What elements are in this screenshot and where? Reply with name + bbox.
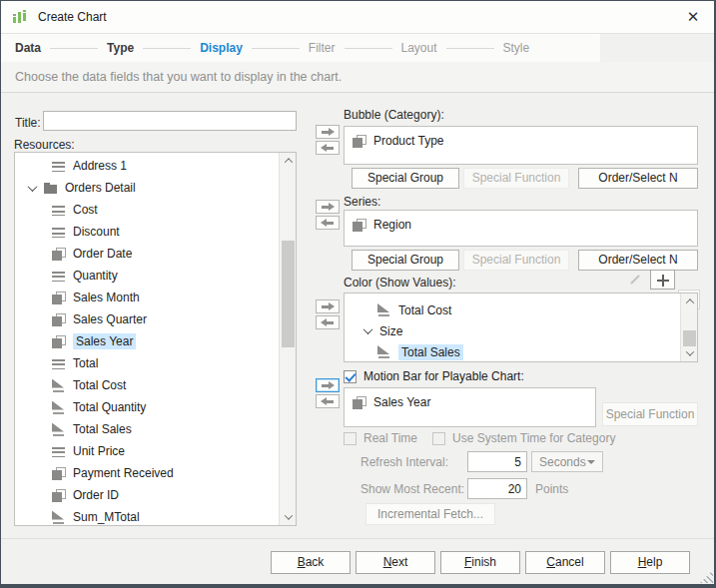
use-system-time-checkbox-row[interactable]: Use System Time for Category <box>432 431 615 445</box>
chart-icon <box>11 8 29 26</box>
tree-item-label: Total Sales <box>73 422 132 436</box>
remove-from-series-button[interactable] <box>316 216 340 230</box>
step-filter[interactable]: Filter <box>309 41 336 55</box>
add-to-bubble-button[interactable] <box>316 125 340 139</box>
tree-item[interactable]: Total Sales <box>15 418 279 440</box>
real-time-checkbox-row[interactable]: Real Time <box>344 431 417 445</box>
tree-item[interactable]: Quantity <box>15 265 279 287</box>
bubble-order-select-n-button[interactable]: Order/Select N <box>578 168 698 189</box>
tree-item[interactable]: Order Date <box>15 243 279 265</box>
tree-item[interactable]: Sales Month <box>15 287 279 308</box>
chevron-down-icon[interactable] <box>363 324 373 334</box>
tree-item-selected[interactable]: Sales Year <box>15 330 279 352</box>
real-time-label: Real Time <box>363 431 417 445</box>
series-field-list[interactable]: Region <box>344 210 698 247</box>
step-display[interactable]: Display <box>200 41 243 55</box>
motion-field-item[interactable]: Sales Year <box>353 394 587 410</box>
bubble-field-item[interactable]: Product Type <box>353 133 689 149</box>
add-to-series-button[interactable] <box>316 200 340 214</box>
refresh-unit-select[interactable]: Seconds <box>531 451 603 472</box>
tree-item[interactable]: Total Quantity <box>15 396 279 418</box>
close-icon[interactable]: ✕ <box>682 6 704 28</box>
series-order-select-n-button[interactable]: Order/Select N <box>578 250 698 271</box>
motion-special-function-button[interactable]: Special Function <box>602 402 698 426</box>
step-connector <box>345 48 392 49</box>
add-to-color-button[interactable] <box>316 299 340 313</box>
tree-item[interactable]: Cost <box>15 199 279 221</box>
motion-transfer-arrows <box>316 378 340 410</box>
tree-item-label: Sum_MTotal <box>73 510 140 524</box>
bubble-category-label: Bubble (Category): <box>344 108 444 122</box>
real-time-checkbox[interactable] <box>344 432 357 445</box>
field-icon <box>52 467 65 480</box>
title-bar: Create Chart ✕ <box>1 1 714 34</box>
resources-label: Resources: <box>14 138 75 152</box>
tree-item[interactable]: Unit Price <box>15 440 279 462</box>
chart-title-input[interactable] <box>43 111 297 131</box>
edit-color-icon[interactable] <box>625 270 645 290</box>
remove-from-color-button[interactable] <box>316 315 340 329</box>
tree-item[interactable]: Address 1 <box>15 155 279 177</box>
tree-item-label: Cost <box>73 203 98 217</box>
bubble-special-group-button[interactable]: Special Group <box>352 168 459 189</box>
series-field-item[interactable]: Region <box>353 217 689 233</box>
bubble-special-function-button[interactable]: Special Function <box>463 168 569 189</box>
step-style[interactable]: Style <box>503 41 530 55</box>
tree-item-label: Sales Quarter <box>73 312 147 326</box>
tree-item-label: Total Cost <box>73 378 126 392</box>
series-transfer-arrows <box>316 200 340 232</box>
tree-item[interactable]: Sales Quarter <box>15 308 279 330</box>
color-list-item[interactable]: Total Cost <box>345 299 697 320</box>
finish-button[interactable]: Finish <box>440 551 520 574</box>
scroll-up-icon[interactable] <box>681 294 698 309</box>
add-to-motion-button[interactable] <box>316 378 340 392</box>
series-special-function-button[interactable]: Special Function <box>463 250 569 271</box>
resize-grip[interactable] <box>700 570 713 583</box>
help-button[interactable]: Help <box>610 551 690 574</box>
color-list[interactable]: Total Cost Size Total Sales <box>344 293 698 362</box>
tree-scrollbar[interactable] <box>279 153 296 525</box>
motion-field-list[interactable]: Sales Year <box>344 387 596 427</box>
cancel-button[interactable]: Cancel <box>525 551 605 574</box>
tree-item-label: Total <box>73 356 98 370</box>
use-system-time-checkbox[interactable] <box>432 432 445 445</box>
tree-item[interactable]: Order ID <box>15 484 279 506</box>
tree-item[interactable]: Total <box>15 352 279 374</box>
incremental-fetch-button[interactable]: Incremental Fetch... <box>365 503 495 525</box>
series-special-group-button[interactable]: Special Group <box>352 250 459 271</box>
tree-item[interactable]: Payment Received <box>15 462 279 484</box>
tree-item-orders-detail[interactable]: Orders Detail <box>15 177 279 199</box>
chevron-down-icon[interactable] <box>28 182 38 192</box>
tree-item[interactable]: Sum_MTotal <box>15 506 279 526</box>
tree-item[interactable]: Discount <box>15 221 279 243</box>
measure-icon <box>377 303 390 316</box>
step-data[interactable]: Data <box>15 41 41 55</box>
next-button[interactable]: Next <box>356 551 435 574</box>
scroll-up-icon[interactable] <box>280 153 297 169</box>
step-connector <box>252 48 300 49</box>
field-icon <box>353 396 365 409</box>
color-list-item-selected[interactable]: Total Sales <box>345 341 697 362</box>
color-item-label: Size <box>379 324 402 338</box>
field-icon <box>52 357 65 370</box>
remove-from-bubble-button[interactable] <box>316 141 340 155</box>
scroll-thumb[interactable] <box>282 241 295 347</box>
show-most-recent-input[interactable] <box>467 478 527 499</box>
motion-bar-checkbox[interactable] <box>344 370 357 383</box>
add-color-icon[interactable] <box>650 270 675 290</box>
back-button[interactable]: Back <box>271 551 351 574</box>
scroll-thumb[interactable] <box>683 330 696 346</box>
scroll-down-icon[interactable] <box>681 345 698 361</box>
color-list-item-size[interactable]: Size <box>345 320 697 341</box>
tree-item[interactable]: Total Cost <box>15 374 279 396</box>
step-type[interactable]: Type <box>107 41 134 55</box>
bubble-field-list[interactable]: Product Type <box>344 126 698 165</box>
color-item-label: Total Cost <box>398 303 451 317</box>
color-list-scrollbar[interactable] <box>680 294 697 361</box>
field-icon <box>52 204 65 217</box>
motion-bar-checkbox-row[interactable]: Motion Bar for Playable Chart: <box>344 369 524 383</box>
step-layout[interactable]: Layout <box>401 41 437 55</box>
scroll-down-icon[interactable] <box>280 509 297 525</box>
remove-from-motion-button[interactable] <box>316 394 340 408</box>
refresh-interval-input[interactable] <box>467 451 527 472</box>
